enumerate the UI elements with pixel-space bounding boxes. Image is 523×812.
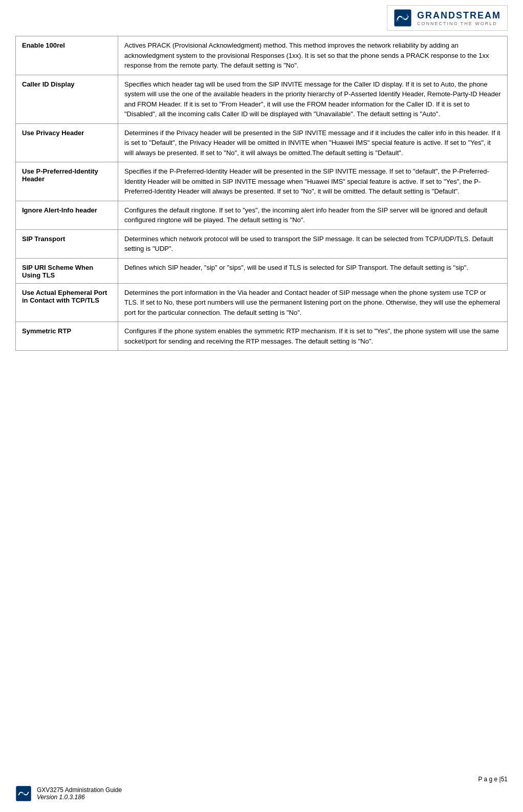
row-description-7: Determines the port information in the V… (118, 283, 508, 322)
logo-area: GRANDSTREAM CONNECTING THE WORLD (387, 5, 508, 31)
row-label-0: Enable 100rel (16, 36, 118, 75)
page-header: GRANDSTREAM CONNECTING THE WORLD (15, 5, 508, 31)
row-label-6: SIP URI Scheme When Using TLS (16, 258, 118, 283)
page-wrapper: GRANDSTREAM CONNECTING THE WORLD Enable … (0, 0, 523, 812)
svg-point-1 (402, 17, 404, 19)
row-description-4: Configures the default ringtone. If set … (118, 201, 508, 229)
footer-text: GXV3275 Administration Guide Version 1.0… (37, 786, 122, 801)
table-row: SIP TransportDetermines which network pr… (16, 229, 508, 258)
row-label-1: Caller ID Display (16, 75, 118, 123)
grandstream-logo-icon (394, 9, 412, 27)
row-description-6: Defines which SIP header, "sip" or "sips… (118, 258, 508, 283)
page-label: P a g e (478, 776, 497, 783)
row-description-5: Determines which network protocol will b… (118, 229, 508, 258)
footer-bar: GXV3275 Administration Guide Version 1.0… (0, 785, 523, 802)
row-label-4: Ignore Alert-Info header (16, 201, 118, 229)
table-row: SIP URI Scheme When Using TLSDefines whi… (16, 258, 508, 283)
row-description-1: Specifies which header tag will be used … (118, 75, 508, 123)
row-label-7: Use Actual Ephemeral Port in Contact wit… (16, 283, 118, 322)
logo-tagline: CONNECTING THE WORLD (417, 21, 497, 26)
logo-text: GRANDSTREAM CONNECTING THE WORLD (417, 10, 501, 26)
table-row: Ignore Alert-Info headerConfigures the d… (16, 201, 508, 229)
page-number-line: P a g e |51 (0, 776, 523, 783)
footer-logo-icon (15, 785, 32, 802)
row-label-3: Use P-Preferred-Identity Header (16, 162, 118, 201)
table-row: Symmetric RTPConfigures if the phone sys… (16, 322, 508, 351)
row-description-2: Determines if the Privacy header will be… (118, 123, 508, 162)
table-row: Use Actual Ephemeral Port in Contact wit… (16, 283, 508, 322)
row-description-3: Specifies if the P-Preferred-Identity He… (118, 162, 508, 201)
footer-guide-title: GXV3275 Administration Guide (37, 786, 122, 794)
page-number: |51 (499, 776, 508, 783)
table-row: Use Privacy HeaderDetermines if the Priv… (16, 123, 508, 162)
footer-logo-section: GXV3275 Administration Guide Version 1.0… (15, 785, 122, 802)
row-label-8: Symmetric RTP (16, 322, 118, 351)
row-label-5: SIP Transport (16, 229, 118, 258)
row-description-8: Configures if the phone system enables t… (118, 322, 508, 351)
content-table: Enable 100relActives PRACK (Provisional … (15, 36, 508, 351)
table-row: Caller ID DisplaySpecifies which header … (16, 75, 508, 123)
row-description-0: Actives PRACK (Provisional Acknowledgmen… (118, 36, 508, 75)
table-row: Use P-Preferred-Identity HeaderSpecifies… (16, 162, 508, 201)
footer-guide-version: Version 1.0.3.186 (37, 794, 122, 801)
row-label-2: Use Privacy Header (16, 123, 118, 162)
table-row: Enable 100relActives PRACK (Provisional … (16, 36, 508, 75)
logo-brand-name: GRANDSTREAM (417, 10, 501, 21)
page-footer: P a g e |51 GXV3275 Administration Guide… (0, 776, 523, 802)
svg-point-3 (23, 793, 25, 795)
